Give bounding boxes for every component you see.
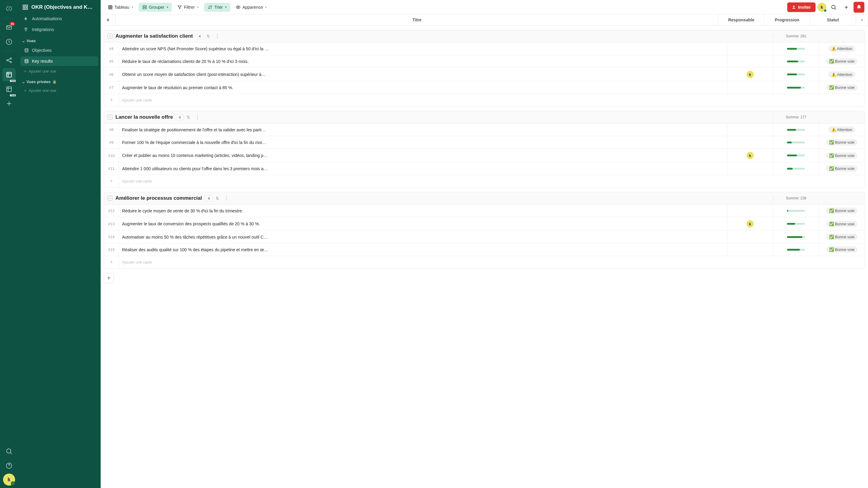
row-progression[interactable] bbox=[773, 55, 819, 67]
row-responsable[interactable] bbox=[727, 124, 773, 136]
clock-icon[interactable] bbox=[2, 35, 16, 48]
add-card-row[interactable]: +Ajouter une carte bbox=[104, 94, 865, 106]
sidebar-integrations[interactable]: Intégrations bbox=[18, 24, 101, 35]
sort-icon[interactable]: ⇅ bbox=[207, 34, 210, 38]
row-statut[interactable]: ✅ Bonne voie bbox=[819, 231, 865, 243]
table-row[interactable]: #7Augmenter le taux de résolution au pre… bbox=[104, 82, 865, 94]
table-row[interactable]: #10Créer et publier au moins 10 contenus… bbox=[104, 149, 865, 162]
group-title[interactable]: Améliorer le processus commercial bbox=[116, 195, 202, 201]
table-row[interactable]: #6Obtenir un score moyen de satisfaction… bbox=[104, 68, 865, 82]
workspace-icon-1[interactable]: TEM bbox=[2, 68, 16, 82]
table-row[interactable]: #8Finaliser la stratégie de positionneme… bbox=[104, 124, 865, 136]
row-progression[interactable] bbox=[773, 42, 819, 55]
user-avatar-top[interactable]: k bbox=[817, 3, 827, 12]
table-row[interactable]: #4Atteindre un score NPS (Net Promoter S… bbox=[104, 42, 865, 55]
search-icon[interactable] bbox=[828, 2, 839, 13]
row-title[interactable]: Augmenter le taux de conversion des pros… bbox=[119, 217, 727, 230]
sidebar-private-views-section[interactable]: ⌵Vues privées 🔒 bbox=[18, 76, 101, 86]
row-statut[interactable]: ⚠️ Attention bbox=[819, 124, 865, 136]
sidebar-view-keyresults[interactable]: Key results bbox=[21, 56, 98, 66]
row-title[interactable]: Réduire le taux de réclamations clients … bbox=[119, 55, 727, 67]
collapse-icon[interactable]: − bbox=[107, 34, 113, 38]
row-statut[interactable]: ✅ Bonne voie bbox=[819, 136, 865, 149]
table-row[interactable]: #5Réduire le taux de réclamations client… bbox=[104, 55, 865, 68]
row-responsable[interactable]: k bbox=[727, 68, 773, 81]
sidebar-add-view[interactable]: +Ajouter une vue bbox=[18, 67, 101, 76]
group-title[interactable]: Augmenter la satisfaction client bbox=[116, 33, 193, 39]
row-statut[interactable]: ⚠️ Attention bbox=[819, 68, 865, 81]
table-row[interactable]: #13Augmenter le taux de conversion des p… bbox=[104, 217, 865, 231]
row-progression[interactable] bbox=[773, 204, 819, 217]
sidebar-automations[interactable]: Automatisations bbox=[18, 13, 101, 24]
row-responsable[interactable] bbox=[727, 136, 773, 149]
row-progression[interactable] bbox=[773, 68, 819, 81]
sidebar-add-private-view[interactable]: +Ajouter une vue bbox=[18, 86, 101, 95]
row-title[interactable]: Réaliser des audits qualité sur 100 % de… bbox=[119, 243, 727, 256]
brain-logo-icon[interactable] bbox=[2, 2, 16, 16]
row-progression[interactable] bbox=[773, 82, 819, 94]
sidebar-view-objectives[interactable]: Objectives bbox=[21, 45, 98, 55]
kebab-menu-icon[interactable]: ⋮ bbox=[193, 115, 202, 120]
add-group-button[interactable]: + bbox=[104, 273, 114, 283]
responsable-avatar[interactable]: k bbox=[747, 220, 754, 227]
row-progression[interactable] bbox=[773, 231, 819, 243]
col-titre[interactable]: Titre bbox=[116, 14, 718, 25]
sidebar-views-section[interactable]: ⌵Vues bbox=[18, 35, 101, 45]
row-title[interactable]: Créer et publier au moins 10 contenus ma… bbox=[119, 149, 727, 162]
row-title[interactable]: Former 100 % de l'équipe commerciale à l… bbox=[119, 136, 727, 149]
col-statut[interactable]: Statut bbox=[810, 14, 856, 25]
row-statut[interactable]: ✅ Bonne voie bbox=[819, 162, 865, 175]
table-row[interactable]: #11Atteindre 1 000 utilisateurs ou clien… bbox=[104, 162, 865, 175]
add-column-button[interactable]: + bbox=[856, 14, 868, 25]
filtrer-button[interactable]: Filtrer▾ bbox=[174, 3, 202, 12]
row-progression[interactable] bbox=[773, 124, 819, 136]
row-responsable[interactable] bbox=[727, 42, 773, 55]
row-statut[interactable]: ✅ Bonne voie bbox=[819, 217, 865, 230]
collapse-icon[interactable]: − bbox=[107, 196, 113, 201]
row-statut[interactable]: ✅ Bonne voie bbox=[819, 149, 865, 162]
row-statut[interactable]: ✅ Bonne voie bbox=[819, 55, 865, 67]
workspace-title[interactable]: OKR (Objectives and K… bbox=[18, 0, 101, 13]
row-title[interactable]: Réduire le cycle moyen de vente de 30 % … bbox=[119, 204, 727, 217]
row-title[interactable]: Obtenir un score moyen de satisfaction c… bbox=[119, 68, 727, 81]
row-progression[interactable] bbox=[773, 217, 819, 230]
row-progression[interactable] bbox=[773, 136, 819, 149]
add-card-row[interactable]: +Ajouter une carte bbox=[104, 256, 865, 268]
row-responsable[interactable]: k bbox=[727, 149, 773, 162]
row-title[interactable]: Atteindre un score NPS (Net Promoter Sco… bbox=[119, 42, 727, 55]
row-responsable[interactable] bbox=[727, 243, 773, 256]
row-progression[interactable] bbox=[773, 149, 819, 162]
grouper-button[interactable]: Grouper▾ bbox=[138, 3, 172, 12]
row-progression[interactable] bbox=[773, 243, 819, 256]
row-statut[interactable]: ✅ Bonne voie bbox=[819, 82, 865, 94]
kebab-menu-icon[interactable]: ⋮ bbox=[222, 195, 230, 201]
workspace-icon-2[interactable]: TEM bbox=[2, 83, 16, 96]
row-statut[interactable]: ✅ Bonne voie bbox=[819, 204, 865, 217]
row-responsable[interactable] bbox=[727, 82, 773, 94]
inviter-button[interactable]: Inviter bbox=[787, 2, 815, 12]
search-rail-icon[interactable] bbox=[2, 445, 16, 458]
table-row[interactable]: #9Former 100 % de l'équipe commerciale à… bbox=[104, 136, 865, 149]
collapse-icon[interactable]: − bbox=[107, 115, 113, 120]
add-workspace-icon[interactable] bbox=[2, 97, 16, 110]
sort-icon[interactable]: ⇅ bbox=[187, 115, 190, 120]
kebab-menu-icon[interactable]: ⋮ bbox=[213, 33, 221, 39]
trier-button[interactable]: Trier▾ bbox=[204, 3, 230, 12]
table-row[interactable]: #12Réduire le cycle moyen de vente de 30… bbox=[104, 204, 865, 217]
responsable-avatar[interactable]: k bbox=[747, 152, 754, 159]
table-row[interactable]: #15Réaliser des audits qualité sur 100 %… bbox=[104, 243, 865, 256]
row-responsable[interactable] bbox=[727, 231, 773, 243]
inbox-icon[interactable]: 31 bbox=[2, 21, 16, 34]
row-title[interactable]: Augmenter le taux de résolution au premi… bbox=[119, 82, 727, 94]
group-title[interactable]: Lancer la nouvelle offre bbox=[116, 114, 173, 120]
row-responsable[interactable] bbox=[727, 55, 773, 67]
table-row[interactable]: #14Automatiser au moins 50 % des tâches … bbox=[104, 231, 865, 243]
responsable-avatar[interactable]: k bbox=[747, 71, 754, 78]
row-statut[interactable]: ✅ Bonne voie bbox=[819, 243, 865, 256]
row-responsable[interactable] bbox=[727, 204, 773, 217]
bell-icon[interactable] bbox=[854, 2, 864, 13]
col-progression[interactable]: Progression bbox=[764, 14, 810, 25]
row-statut[interactable]: ⚠️ Attention bbox=[819, 42, 865, 55]
apparence-button[interactable]: Apparence▾ bbox=[232, 3, 270, 12]
row-title[interactable]: Atteindre 1 000 utilisateurs ou clients … bbox=[119, 162, 727, 175]
